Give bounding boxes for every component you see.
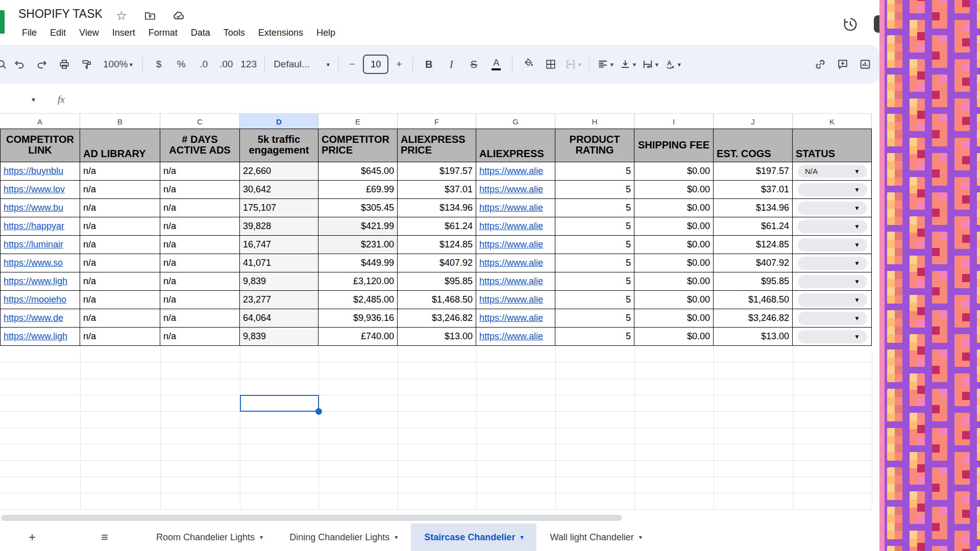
cell-E5[interactable]: $231.00	[318, 236, 398, 254]
header-cell-J[interactable]: EST. COGS	[714, 129, 793, 162]
cell-D3[interactable]: 175,107	[240, 199, 318, 217]
cell-H5[interactable]: 5	[555, 236, 634, 254]
cell-D2[interactable]: 30,642	[240, 181, 318, 199]
cell-G3[interactable]: https://www.alie	[476, 199, 555, 217]
cell-H7[interactable]: 5	[555, 272, 634, 291]
cell-I1[interactable]: $0.00	[634, 162, 714, 181]
cell-E4[interactable]: $421.99	[318, 217, 398, 236]
text-wrap-icon[interactable]: ▾	[639, 53, 662, 76]
cell-J6[interactable]: $407.92	[714, 254, 793, 272]
cell-hyperlink[interactable]: https://www.bu	[4, 203, 63, 213]
cell-F8[interactable]: $1,468.50	[398, 291, 476, 309]
cell-C7[interactable]: n/a	[160, 272, 240, 291]
cell-F9[interactable]: $3,246.82	[398, 309, 476, 328]
cell-J8[interactable]: $1,468.50	[714, 291, 793, 309]
cell-K9[interactable]: ▼	[793, 309, 872, 328]
cell-F6[interactable]: $407.92	[398, 254, 476, 272]
header-cell-G[interactable]: ALIEXPRESS	[476, 129, 555, 162]
move-to-folder-icon[interactable]	[143, 9, 157, 22]
text-color-button[interactable]: A	[485, 53, 507, 76]
cell-F7[interactable]: $95.85	[398, 272, 476, 291]
cell-C10[interactable]: n/a	[160, 328, 240, 346]
cell-I5[interactable]: $0.00	[634, 236, 714, 254]
cell-C5[interactable]: n/a	[160, 236, 240, 254]
cell-K5[interactable]: ▼	[793, 236, 872, 254]
cell-hyperlink[interactable]: https://www.so	[4, 258, 63, 268]
status-dropdown-chip[interactable]: ▼	[798, 202, 867, 215]
cell-B4[interactable]: n/a	[80, 217, 160, 236]
cell-H6[interactable]: 5	[555, 254, 634, 272]
cell-C4[interactable]: n/a	[160, 217, 240, 236]
cell-G2[interactable]: https://www.alie	[476, 181, 555, 199]
cell-J4[interactable]: $61.24	[714, 217, 793, 236]
status-dropdown-chip[interactable]: N/A▼	[798, 165, 867, 178]
cell-H9[interactable]: 5	[555, 309, 634, 328]
cell-hyperlink[interactable]: https://buynblu	[4, 166, 63, 176]
cell-K2[interactable]: ▼	[793, 181, 872, 199]
vertical-align-icon[interactable]: ▾	[617, 53, 639, 76]
italic-button[interactable]: I	[440, 53, 462, 76]
cell-I10[interactable]: $0.00	[634, 328, 714, 346]
column-header-B[interactable]: B	[80, 113, 160, 130]
format-currency-button[interactable]: $	[148, 53, 170, 76]
cell-F4[interactable]: $61.24	[398, 217, 476, 236]
status-dropdown-chip[interactable]: ▼	[798, 220, 867, 233]
cell-hyperlink[interactable]: https://luminair	[4, 239, 63, 249]
horizontal-scrollbar-thumb[interactable]	[1, 515, 622, 521]
font-size-input[interactable]: 10	[363, 55, 388, 74]
cell-H2[interactable]: 5	[555, 181, 634, 199]
cell-E7[interactable]: £3,120.00	[318, 272, 398, 291]
cell-C2[interactable]: n/a	[160, 181, 240, 199]
cell-hyperlink[interactable]: https://happyar	[4, 221, 64, 231]
menu-extensions[interactable]: Extensions	[252, 26, 310, 40]
insert-comment-icon[interactable]	[831, 53, 854, 76]
cell-A2[interactable]: https://www.lov	[0, 181, 80, 199]
undo-icon[interactable]	[8, 53, 31, 76]
cell-A5[interactable]: https://luminair	[0, 236, 80, 254]
cell-C6[interactable]: n/a	[160, 254, 240, 272]
cell-hyperlink[interactable]: https://www.alie	[479, 184, 543, 194]
insert-link-icon[interactable]	[809, 53, 831, 76]
cell-B5[interactable]: n/a	[80, 236, 160, 254]
column-header-D[interactable]: D	[240, 113, 318, 130]
cell-K4[interactable]: ▼	[793, 217, 872, 236]
cell-I2[interactable]: $0.00	[634, 181, 714, 199]
cell-F5[interactable]: $124.85	[398, 236, 476, 254]
cell-I3[interactable]: $0.00	[634, 199, 714, 217]
decrease-decimals-button[interactable]: .0	[192, 53, 215, 76]
add-sheet-icon[interactable]: +	[24, 530, 40, 545]
cell-J5[interactable]: $124.85	[714, 236, 793, 254]
cell-I9[interactable]: $0.00	[634, 309, 714, 328]
cell-hyperlink[interactable]: https://www.alie	[479, 166, 543, 176]
cell-H10[interactable]: 5	[555, 328, 634, 346]
cell-J3[interactable]: $134.96	[714, 199, 793, 217]
print-icon[interactable]	[53, 53, 76, 76]
cell-C1[interactable]: n/a	[160, 162, 240, 181]
cell-I4[interactable]: $0.00	[634, 217, 714, 236]
cell-E9[interactable]: $9,936.16	[318, 309, 398, 328]
cell-hyperlink[interactable]: https://www.alie	[479, 239, 543, 249]
column-header-J[interactable]: J	[714, 113, 793, 130]
cell-G8[interactable]: https://www.alie	[476, 291, 555, 309]
format-percent-button[interactable]: %	[170, 53, 192, 76]
cell-F3[interactable]: $134.96	[398, 199, 476, 217]
cell-K7[interactable]: ▼	[793, 272, 872, 291]
menu-data[interactable]: Data	[184, 26, 217, 40]
tab-room-chandelier-lights[interactable]: Room Chandelier Lights▾	[143, 523, 276, 551]
number-format-button[interactable]: 123	[237, 53, 260, 76]
cell-K8[interactable]: ▼	[793, 291, 872, 309]
column-header-G[interactable]: G	[476, 113, 555, 130]
cell-B3[interactable]: n/a	[80, 199, 160, 217]
name-box-dropdown-icon[interactable]: ▾	[32, 95, 35, 104]
all-sheets-menu-icon[interactable]: ≡	[97, 530, 112, 545]
status-dropdown-chip[interactable]: ▼	[798, 257, 867, 270]
cell-G10[interactable]: https://www.alie	[476, 328, 555, 346]
menu-file[interactable]: File	[15, 26, 43, 40]
cell-I7[interactable]: $0.00	[634, 272, 714, 291]
cell-hyperlink[interactable]: https://www.alie	[479, 331, 543, 341]
cell-hyperlink[interactable]: https://www.alie	[479, 203, 543, 213]
cell-B10[interactable]: n/a	[80, 328, 160, 346]
menu-help[interactable]: Help	[310, 26, 342, 40]
cell-hyperlink[interactable]: https://www.lov	[4, 184, 65, 194]
cell-E2[interactable]: £69.99	[318, 181, 398, 199]
